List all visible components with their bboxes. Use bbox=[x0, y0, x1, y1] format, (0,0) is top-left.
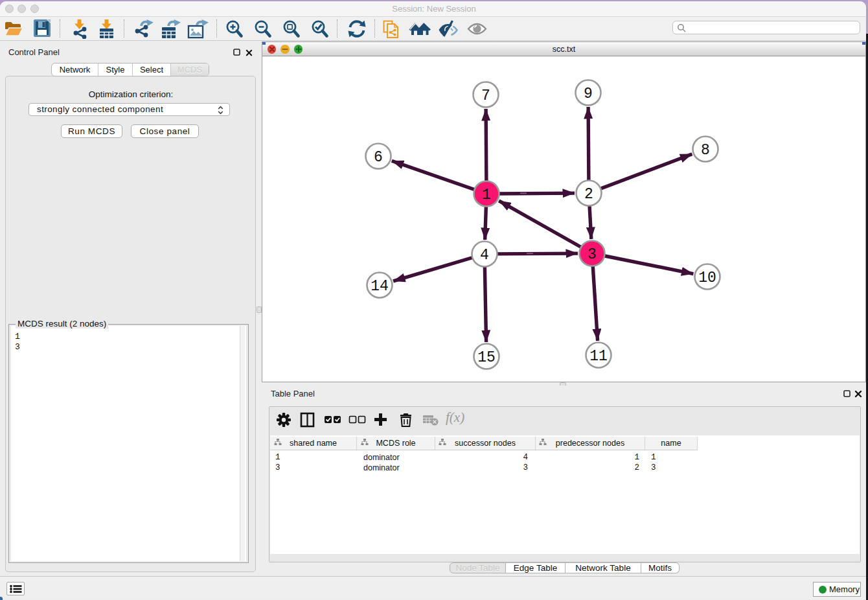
svg-text:7: 7 bbox=[481, 87, 490, 104]
svg-text:6: 6 bbox=[374, 149, 383, 166]
svg-text:4: 4 bbox=[480, 247, 489, 264]
svg-text:15: 15 bbox=[477, 349, 496, 366]
svg-text:11: 11 bbox=[589, 348, 608, 365]
svg-text:1: 1 bbox=[482, 187, 491, 203]
svg-text:3: 3 bbox=[588, 246, 597, 263]
svg-text:9: 9 bbox=[584, 86, 593, 102]
svg-text:8: 8 bbox=[701, 142, 710, 159]
svg-text:14: 14 bbox=[371, 278, 389, 295]
svg-text:10: 10 bbox=[698, 270, 716, 286]
svg-text:2: 2 bbox=[584, 186, 593, 203]
